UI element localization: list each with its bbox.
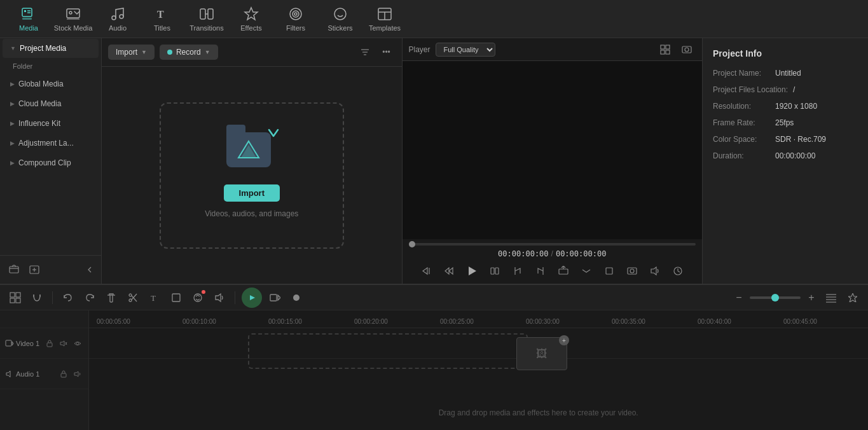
video-mute-button[interactable] [58,338,69,349]
audio-lock-button[interactable] [58,368,69,380]
sidebar-item-global-media[interactable]: ▶ Global Media [3,74,99,94]
toolbar-transitions[interactable]: Transitions [184,1,229,37]
sidebar-collapse-button[interactable] [83,261,96,279]
svg-marker-71 [278,295,280,300]
more-options-button[interactable]: ••• [378,43,396,61]
svg-point-52 [630,269,634,273]
volume-button[interactable] [646,262,664,280]
add-video-button[interactable] [266,289,284,307]
skip-back-button[interactable] [417,262,435,280]
svg-marker-39 [423,268,427,274]
sidebar-item-compound-clip[interactable]: ▶ Compound Clip [3,153,99,172]
resolution-label: Resolution: [713,102,770,111]
screenshot-button[interactable] [678,41,696,59]
svg-text:T: T [151,293,156,303]
audio-track-label: Audio 1 [0,359,88,389]
sidebar-item-cloud-media[interactable]: ▶ Cloud Media [3,94,99,113]
grid-view-button[interactable] [656,41,674,59]
animation-button[interactable] [189,289,207,307]
sidebar-item-project-media[interactable]: ▼ Project Media [3,39,99,58]
arrow-icon: ▶ [10,120,15,127]
arrow-down-icon [266,126,280,144]
svg-point-61 [129,299,132,302]
timeline-grid-button[interactable] [6,289,24,307]
step-back-button[interactable] [440,262,458,280]
svg-rect-24 [10,267,18,273]
svg-marker-86 [74,371,78,377]
tl-separator-2 [235,291,235,304]
timeline-magnet-button[interactable] [28,289,46,307]
sidebar: ▼ Project Media Folder ▶ Global Media ▶ … [0,38,102,284]
player-label: Player [409,45,431,54]
text-button[interactable]: T [146,289,163,307]
play-head-button[interactable] [242,288,262,308]
crop-button[interactable] [600,262,618,280]
svg-marker-79 [12,342,13,345]
record-chevron-icon: ▼ [205,49,210,55]
undo-button[interactable] [59,289,77,307]
mark-in-button[interactable] [509,262,527,280]
svg-point-9 [120,15,123,18]
settings-button[interactable] [844,289,862,307]
more-controls-button[interactable] [577,262,595,280]
audio-track-area[interactable] [89,359,868,389]
record-button[interactable]: Record ▼ [160,45,218,60]
zoom-out-button[interactable]: − [732,291,746,305]
delete-button[interactable] [102,289,120,307]
sidebar-item-adjustment-layer[interactable]: ▶ Adjustment La... [3,134,99,153]
add-to-timeline-button[interactable] [555,262,572,280]
cut-button[interactable] [124,289,142,307]
info-row-resolution: Resolution: 1920 x 1080 [713,102,858,111]
toolbar-stock-media[interactable]: Stock Media [51,1,95,37]
timeline: T − + [0,284,868,430]
media-drop-box[interactable]: Import Videos, audios, and images [160,102,344,249]
svg-marker-77 [848,293,857,302]
import-button[interactable]: Import ▼ [108,45,155,60]
svg-marker-14 [245,8,258,20]
speed-button[interactable] [669,262,687,280]
arrow-icon: ▼ [10,45,16,52]
audio-mute-button[interactable] [72,368,83,380]
folder-icon [226,132,271,167]
filter-icon-button[interactable] [356,43,374,61]
snapshot-button[interactable] [623,262,641,280]
mark-out-button[interactable] [532,262,549,280]
play-button[interactable] [463,262,481,280]
layout-button[interactable] [822,289,840,307]
import-media-button[interactable]: Import [224,184,280,202]
toolbar-titles[interactable]: T Titles [140,1,184,37]
svg-rect-58 [16,298,20,303]
zoom-in-button[interactable]: + [804,291,818,305]
crop-tl-button[interactable] [167,289,185,307]
video-lock-button[interactable] [44,338,55,349]
svg-rect-50 [606,268,612,274]
toolbar-templates[interactable]: Templates [362,1,407,37]
video-visibility-button[interactable] [72,338,83,349]
toolbar-effects[interactable]: Effects [229,1,273,37]
ruler-mark-3: 00:00:20:00 [353,318,439,325]
toolbar-media[interactable]: Media [6,1,51,37]
sidebar-item-folder[interactable]: Folder [0,59,101,74]
toolbar-filters[interactable]: Filters [273,1,318,37]
add-folder-button[interactable] [5,261,23,279]
framerate-label: Frame Rate: [713,118,770,127]
timeline-tracks[interactable]: + 🖼 Drag and drop media and effects here… [89,328,868,430]
video-track-area[interactable]: + 🖼 [89,328,868,359]
media-panel: Import ▼ Record ▼ ••• [102,38,402,284]
ruler-mark-0: 00:00:05:00 [95,318,181,325]
quality-select[interactable]: Full Quality [436,43,495,57]
toolbar-audio[interactable]: Audio [95,1,140,37]
sidebar-item-influence-kit[interactable]: ▶ Influence Kit [3,114,99,133]
sidebar-top: ▼ Project Media Folder ▶ Global Media ▶ … [0,38,101,255]
zoom-slider[interactable] [750,296,801,299]
redo-button[interactable] [81,289,99,307]
svg-point-15 [290,8,301,20]
audio-button[interactable] [210,289,228,307]
progress-bar[interactable] [409,243,696,246]
record-tl-button[interactable] [287,289,305,307]
toolbar-stickers[interactable]: Stickers [318,1,362,37]
svg-rect-44 [491,268,494,274]
step-forward-button[interactable] [486,262,504,280]
add-media-button[interactable] [25,261,43,279]
info-row-name: Project Name: Untitled [713,69,858,78]
